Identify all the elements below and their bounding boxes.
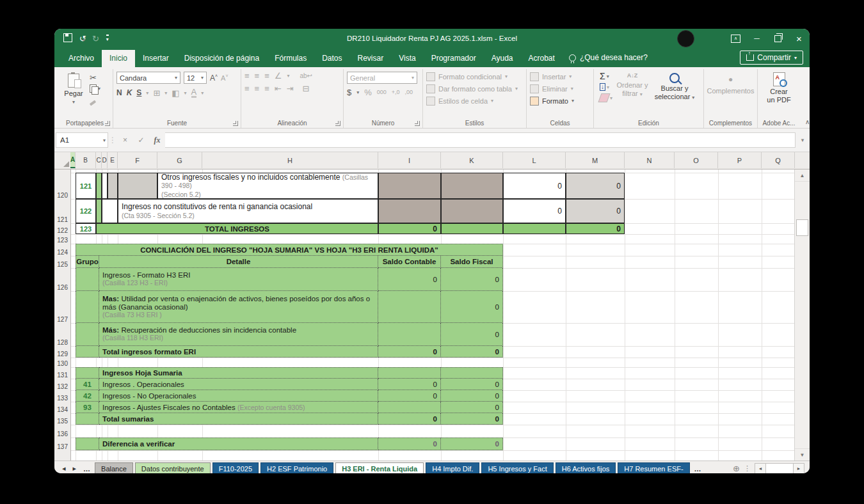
row-header-130[interactable]: 130 — [54, 358, 70, 367]
sheet-tab-h2-esf-patrimonio[interactable]: H2 ESF Patrimonio — [260, 462, 333, 474]
row-header-128[interactable]: 128 — [54, 323, 70, 346]
cell-detalle-128[interactable]: Más: Recuperación de deducciones sin inc… — [99, 323, 378, 346]
cell-detalle-135[interactable]: Total sumarias — [99, 413, 378, 425]
row-header-129[interactable]: 129 — [54, 346, 70, 358]
cell-sc-133[interactable]: 0 — [378, 390, 441, 402]
cell-grupo-134[interactable]: 93 — [76, 402, 99, 413]
restore-button[interactable] — [767, 29, 788, 48]
row-header-133[interactable]: 133 — [54, 390, 70, 402]
menu-tab-vista[interactable]: Vista — [391, 50, 423, 67]
row-header-131[interactable]: 131 — [54, 367, 70, 379]
percent-button[interactable]: % — [364, 88, 372, 97]
cell-m120[interactable]: 0 — [566, 173, 625, 199]
row-header-123[interactable]: 123 — [54, 234, 70, 244]
cell-h120[interactable]: Otros ingresos fiscales y no incluidos c… — [157, 173, 378, 199]
borders-button[interactable]: ⊞ — [153, 89, 160, 97]
comma-style-button[interactable]: 000 — [377, 90, 387, 95]
row-header-135[interactable]: 135 — [54, 413, 70, 425]
cell-m122[interactable]: 0 — [566, 223, 625, 234]
cell-c120[interactable] — [96, 173, 102, 199]
redo-button[interactable]: ↻ — [92, 35, 99, 43]
orientation-button[interactable]: ∠ — [275, 72, 282, 80]
currency-button[interactable]: $ — [347, 88, 351, 97]
sort-filter-button[interactable]: A↓Z Ordenar y filtrar ▾ — [612, 70, 652, 118]
cell-sc-137[interactable]: 0 — [378, 437, 441, 450]
alignment-dialog-launcher[interactable] — [335, 121, 340, 126]
cell-sf-134[interactable]: 0 — [441, 402, 503, 413]
sheet-tab-h6-activos-fijos[interactable]: H6 Activos fijos — [556, 462, 616, 474]
cell-grupo-126[interactable] — [76, 268, 99, 291]
cell-i122[interactable]: 0 — [378, 223, 441, 234]
column-header-k[interactable]: K — [441, 152, 503, 168]
share-button[interactable]: Compartir▾ — [740, 51, 803, 65]
column-header-i[interactable]: I — [378, 152, 441, 168]
sheet-tab-datos-contribuyente[interactable]: Datos contribuyente — [135, 462, 211, 474]
underline-button[interactable]: S — [136, 88, 141, 97]
cell-sc-132[interactable]: 0 — [378, 379, 441, 390]
cell-l122[interactable] — [503, 223, 566, 234]
number-dialog-launcher[interactable] — [415, 121, 420, 126]
cell-detalle-132[interactable]: Ingresos . Operacionales — [99, 379, 378, 390]
cell-detalle-129[interactable]: Total ingresos formato ERI — [99, 346, 378, 358]
cell-sf-131[interactable] — [441, 367, 503, 379]
cell-detalle-126[interactable]: Ingresos - Formato H3 ERI (Casilla 123 H… — [99, 268, 378, 291]
row-header-132[interactable]: 132 — [54, 379, 70, 390]
cell-sf-132[interactable]: 0 — [441, 379, 503, 390]
cell-detalle-134[interactable]: Ingresos - Ajustes Fiscales no Contables… — [99, 402, 378, 413]
bold-button[interactable]: N — [116, 88, 122, 97]
column-header-n[interactable]: N — [625, 152, 675, 168]
cell-m121[interactable]: 0 — [566, 199, 625, 223]
clipboard-dialog-launcher[interactable] — [105, 121, 110, 126]
horizontal-scroll-thumb[interactable] — [765, 464, 794, 474]
cell-b122[interactable]: 123 — [76, 223, 96, 234]
cell-sf-133[interactable]: 0 — [441, 390, 503, 402]
row-header-121[interactable]: 121 — [54, 199, 70, 223]
cell-e120[interactable] — [108, 173, 118, 199]
paste-button[interactable]: Pegar ▾ — [60, 70, 87, 118]
align-middle-button[interactable]: ≡ — [255, 72, 260, 80]
cell-grupo-132[interactable]: 41 — [76, 379, 99, 390]
cell-sc-134[interactable] — [378, 402, 441, 413]
font-color-dropdown-icon[interactable]: ▾ — [201, 90, 204, 96]
format-painter-button[interactable] — [90, 95, 100, 107]
column-header-b[interactable]: B — [76, 152, 96, 168]
cell-i120[interactable] — [378, 173, 441, 199]
formula-input[interactable] — [165, 133, 797, 148]
vertical-scroll-thumb[interactable] — [796, 219, 808, 236]
select-all-corner[interactable] — [54, 152, 71, 168]
cell-sf-129[interactable]: 0 — [441, 346, 503, 358]
orientation-dropdown-icon[interactable]: ▾ — [287, 73, 289, 79]
hscroll-right-button[interactable]: ► — [794, 464, 804, 474]
row-header-120[interactable]: 120 — [54, 173, 70, 199]
copy-button[interactable]: ▾ — [90, 84, 100, 93]
tell-me-search[interactable]: ¿Qué desea hacer? — [563, 49, 654, 67]
sheet-nav-left-button[interactable]: ◂ — [60, 464, 68, 473]
insert-cells-button[interactable]: Insertar▾ — [530, 70, 590, 83]
cell-k120[interactable] — [441, 173, 503, 199]
sheet-tab-balance[interactable]: Balance — [95, 462, 133, 474]
cell-sf-137[interactable]: 0 — [441, 437, 503, 450]
cell-f120[interactable] — [118, 173, 157, 199]
increase-indent-button[interactable]: ⇥ — [287, 84, 294, 93]
font-dialog-launcher[interactable] — [233, 121, 238, 126]
column-header-d[interactable]: D — [102, 152, 108, 168]
align-bottom-button[interactable]: ≡ — [264, 72, 269, 80]
cell-sc-127[interactable] — [378, 291, 441, 323]
cell-sf-127[interactable]: 0 — [441, 291, 503, 323]
merge-center-button[interactable]: ⊟ — [303, 84, 310, 93]
close-button[interactable]: × — [788, 29, 810, 48]
scroll-up-button[interactable]: ▲ — [795, 169, 810, 182]
cell-sc-131[interactable] — [378, 367, 441, 379]
menu-tab-archivo[interactable]: Archivo — [61, 50, 102, 67]
cell-b121[interactable]: 122 — [76, 199, 96, 223]
formula-bar-expand-button[interactable]: ▾ — [796, 137, 810, 143]
cell-sc-126[interactable]: 0 — [378, 268, 441, 291]
cell-styles-button[interactable]: Estilos de celda▾ — [426, 95, 523, 107]
column-header-f[interactable]: F — [118, 152, 157, 168]
vertical-scrollbar[interactable]: ▲ ▼ — [794, 169, 810, 461]
sheet-tab-h4-impto-dif[interactable]: H4 Impto Dif. — [426, 462, 479, 474]
name-box[interactable]: ▾ — [56, 132, 108, 148]
menu-tab-datos[interactable]: Datos — [314, 50, 349, 67]
cell-d120[interactable] — [102, 173, 108, 199]
row-header-137[interactable]: 137 — [54, 437, 70, 450]
